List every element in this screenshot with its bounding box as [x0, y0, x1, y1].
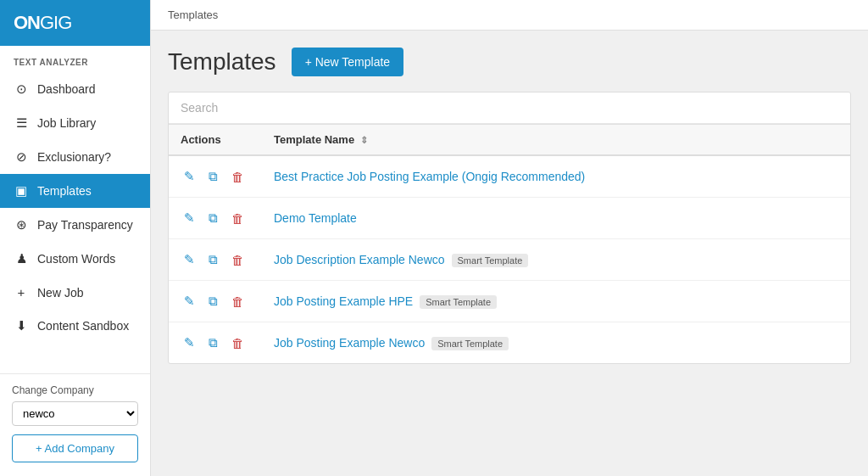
- edit-button[interactable]: ✎: [181, 209, 198, 227]
- logo: ONGIG: [14, 12, 71, 34]
- table-row: ✎ ⧉ 🗑 Best Practice Job Posting Example …: [169, 155, 850, 198]
- template-link[interactable]: Job Description Example Newco: [274, 253, 445, 266]
- actions-cell: ✎ ⧉ 🗑: [169, 198, 262, 239]
- template-name-cell: Job Posting Example HPESmart Template: [262, 281, 850, 322]
- edit-button[interactable]: ✎: [181, 333, 198, 352]
- delete-button[interactable]: 🗑: [228, 293, 248, 311]
- add-company-button[interactable]: + Add Company: [12, 434, 138, 462]
- sidebar-item-new-job[interactable]: + New Job: [0, 276, 150, 309]
- content-sandbox-icon: ⬇: [14, 318, 29, 333]
- templates-icon: ▣: [14, 183, 29, 199]
- list-icon: ☰: [14, 115, 29, 131]
- sidebar-item-label: Dashboard: [37, 82, 96, 96]
- plus-icon: +: [14, 285, 29, 300]
- smart-template-badge: Smart Template: [431, 337, 509, 350]
- edit-button[interactable]: ✎: [181, 250, 198, 269]
- dashboard-icon: ⊙: [14, 81, 29, 97]
- section-label: TEXT ANALYZER: [0, 46, 150, 72]
- new-template-button[interactable]: + New Template: [292, 48, 404, 76]
- sidebar-item-label: Exclusionary?: [37, 150, 111, 164]
- templates-table: Actions Template Name ⇕ ✎ ⧉ 🗑 Best Pract…: [169, 124, 850, 363]
- sidebar-item-label: Templates: [37, 184, 92, 198]
- template-link[interactable]: Best Practice Job Posting Example (Ongig…: [274, 170, 585, 183]
- delete-button[interactable]: 🗑: [228, 334, 248, 352]
- copy-button[interactable]: ⧉: [205, 209, 221, 227]
- change-company-label: Change Company: [12, 384, 138, 396]
- table-container: Actions Template Name ⇕ ✎ ⧉ 🗑 Best Pract…: [168, 92, 851, 364]
- copy-button[interactable]: ⧉: [205, 250, 221, 269]
- sort-icon: ⇕: [360, 135, 368, 145]
- sidebar-item-custom-words[interactable]: ♟ Custom Words: [0, 242, 150, 276]
- sidebar-item-label: New Job: [37, 286, 83, 300]
- sidebar-item-label: Content Sandbox: [37, 319, 129, 333]
- copy-button[interactable]: ⧉: [205, 292, 221, 311]
- template-name-cell: Job Description Example NewcoSmart Templ…: [262, 239, 850, 281]
- sidebar-item-exclusionary[interactable]: ⊘ Exclusionary?: [0, 140, 150, 174]
- content-area: Templates + New Template Actions Templat…: [151, 31, 868, 476]
- search-bar: [169, 92, 850, 124]
- table-row: ✎ ⧉ 🗑 Job Posting Example NewcoSmart Tem…: [169, 322, 850, 364]
- name-column-header[interactable]: Template Name ⇕: [262, 125, 850, 156]
- sidebar-item-dashboard[interactable]: ⊙ Dashboard: [0, 72, 150, 106]
- delete-button[interactable]: 🗑: [228, 251, 248, 269]
- sidebar-item-label: Custom Words: [37, 252, 115, 266]
- table-row: ✎ ⧉ 🗑 Demo Template: [169, 198, 850, 239]
- company-select[interactable]: newco: [12, 401, 138, 426]
- sidebar-item-label: Pay Transparency: [37, 218, 133, 232]
- exclusionary-icon: ⊘: [14, 149, 29, 165]
- sidebar-bottom: Change Company newco + Add Company: [0, 373, 150, 476]
- template-name-cell: Best Practice Job Posting Example (Ongig…: [262, 155, 850, 198]
- delete-button[interactable]: 🗑: [228, 210, 248, 227]
- table-row: ✎ ⧉ 🗑 Job Description Example NewcoSmart…: [169, 239, 850, 281]
- table-header-row: Actions Template Name ⇕: [169, 125, 850, 156]
- actions-cell: ✎ ⧉ 🗑: [169, 155, 262, 198]
- custom-words-icon: ♟: [14, 251, 29, 266]
- template-name-cell: Demo Template: [262, 198, 850, 239]
- breadcrumb: Templates: [151, 0, 868, 31]
- page-title: Templates: [168, 48, 276, 76]
- actions-cell: ✎ ⧉ 🗑: [169, 322, 262, 364]
- smart-template-badge: Smart Template: [420, 295, 497, 309]
- smart-template-badge: Smart Template: [452, 254, 529, 267]
- template-link[interactable]: Job Posting Example Newco: [274, 336, 425, 350]
- template-link[interactable]: Job Posting Example HPE: [274, 294, 413, 308]
- actions-column-header: Actions: [169, 125, 262, 156]
- sidebar-item-content-sandbox[interactable]: ⬇ Content Sandbox: [0, 309, 150, 343]
- pay-transparency-icon: ⊛: [14, 217, 29, 232]
- page-header: Templates + New Template: [168, 48, 851, 76]
- search-input[interactable]: [181, 101, 838, 115]
- template-link[interactable]: Demo Template: [274, 211, 357, 225]
- actions-cell: ✎ ⧉ 🗑: [169, 281, 262, 322]
- template-name-cell: Job Posting Example NewcoSmart Template: [262, 322, 850, 364]
- edit-button[interactable]: ✎: [181, 167, 198, 186]
- copy-button[interactable]: ⧉: [205, 167, 221, 186]
- delete-button[interactable]: 🗑: [228, 168, 248, 186]
- copy-button[interactable]: ⧉: [205, 333, 221, 352]
- main-content: Templates Templates + New Template Actio…: [151, 0, 868, 476]
- table-row: ✎ ⧉ 🗑 Job Posting Example HPESmart Templ…: [169, 281, 850, 322]
- edit-button[interactable]: ✎: [181, 292, 198, 311]
- sidebar-item-pay-transparency[interactable]: ⊛ Pay Transparency: [0, 208, 150, 242]
- sidebar-logo: ONGIG: [0, 0, 150, 46]
- sidebar: ONGIG TEXT ANALYZER ⊙ Dashboard ☰ Job Li…: [0, 0, 151, 476]
- sidebar-item-templates[interactable]: ▣ Templates: [0, 174, 150, 208]
- sidebar-item-job-library[interactable]: ☰ Job Library: [0, 106, 150, 140]
- sidebar-item-label: Job Library: [37, 116, 96, 130]
- actions-cell: ✎ ⧉ 🗑: [169, 239, 262, 281]
